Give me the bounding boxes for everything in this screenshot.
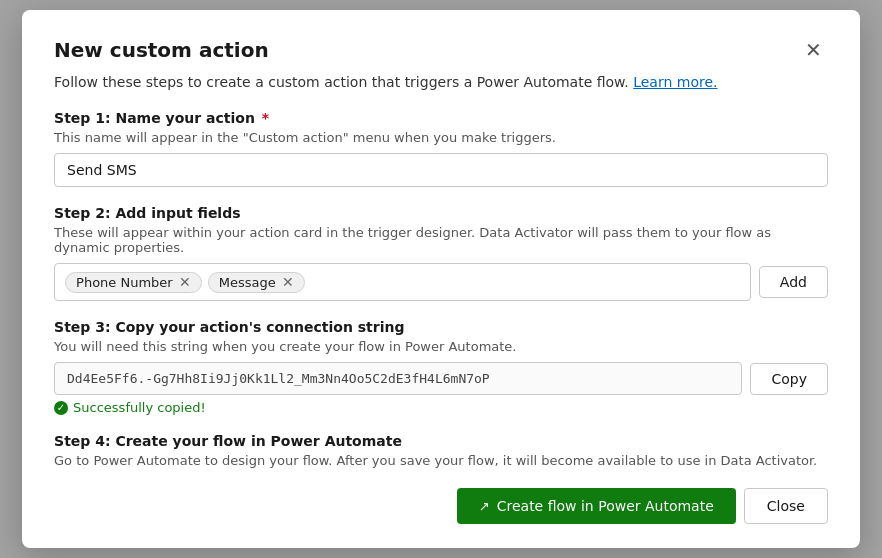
action-name-input[interactable] [54, 153, 828, 187]
connection-string-input[interactable] [54, 362, 742, 395]
step3-description: You will need this string when you creat… [54, 339, 828, 354]
close-icon-button[interactable]: ✕ [799, 38, 828, 62]
add-tag-button[interactable]: Add [759, 266, 828, 298]
copy-row: Copy [54, 362, 828, 395]
step1-description: This name will appear in the "Custom act… [54, 130, 828, 145]
step2-label: Step 2: Add input fields [54, 205, 828, 221]
learn-more-link[interactable]: Learn more. [633, 74, 717, 90]
dialog-header: New custom action ✕ [54, 38, 828, 62]
required-star: * [257, 110, 269, 126]
create-flow-button[interactable]: ↗ Create flow in Power Automate [457, 488, 736, 524]
step2-description: These will appear within your action car… [54, 225, 828, 255]
close-dialog-button[interactable]: Close [744, 488, 828, 524]
tag-message-label: Message [219, 275, 276, 290]
new-custom-action-dialog: New custom action ✕ Follow these steps t… [22, 10, 860, 548]
tag-phone-number-remove[interactable]: ✕ [177, 275, 193, 289]
success-message: ✓ Successfully copied! [54, 400, 828, 415]
tags-row: Phone Number ✕ Message ✕ Add [54, 263, 828, 301]
step4-description: Go to Power Automate to design your flow… [54, 453, 828, 468]
success-check-icon: ✓ [54, 401, 68, 415]
intro-text: Follow these steps to create a custom ac… [54, 74, 828, 90]
step4-section: Step 4: Create your flow in Power Automa… [54, 433, 828, 468]
dialog-title: New custom action [54, 38, 269, 62]
success-text: Successfully copied! [73, 400, 206, 415]
tag-message: Message ✕ [208, 272, 305, 293]
step1-section: Step 1: Name your action * This name wil… [54, 110, 828, 187]
step1-label: Step 1: Name your action * [54, 110, 828, 126]
step3-section: Step 3: Copy your action's connection st… [54, 319, 828, 415]
create-flow-label: Create flow in Power Automate [497, 498, 714, 514]
tags-input-area[interactable]: Phone Number ✕ Message ✕ [54, 263, 751, 301]
step2-section: Step 2: Add input fields These will appe… [54, 205, 828, 301]
tag-message-remove[interactable]: ✕ [280, 275, 296, 289]
tag-phone-number: Phone Number ✕ [65, 272, 202, 293]
external-link-icon: ↗ [479, 499, 490, 514]
step3-label: Step 3: Copy your action's connection st… [54, 319, 828, 335]
step4-label: Step 4: Create your flow in Power Automa… [54, 433, 828, 449]
dialog-footer: ↗ Create flow in Power Automate Close [54, 488, 828, 524]
tag-phone-number-label: Phone Number [76, 275, 173, 290]
copy-button[interactable]: Copy [750, 363, 828, 395]
